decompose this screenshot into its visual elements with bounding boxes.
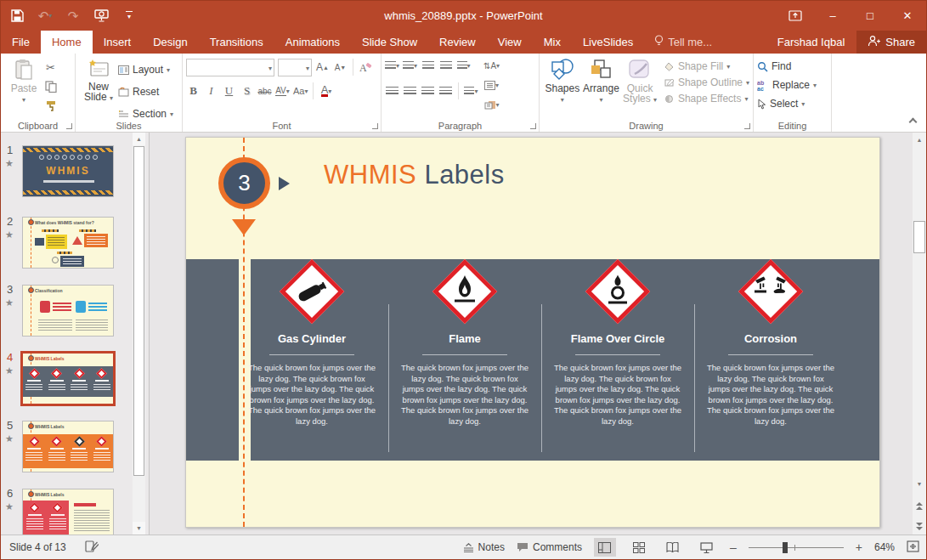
font-size-combobox[interactable]: ▾ (278, 59, 312, 76)
thumbnail-slide-3[interactable]: 3 ★ Classification (1, 283, 137, 339)
justify-icon[interactable] (438, 83, 453, 99)
fit-slide-to-window-icon[interactable] (907, 540, 919, 555)
tab-file[interactable]: File (1, 31, 41, 54)
mini-slide-4[interactable]: WHMIS Labels (20, 351, 116, 406)
ribbon-display-options-icon[interactable] (777, 1, 814, 31)
tab-design[interactable]: Design (142, 31, 198, 54)
collapse-ribbon-icon[interactable] (909, 118, 918, 127)
tab-view[interactable]: View (487, 31, 533, 54)
text-direction-icon[interactable]: ⇅A▾ (483, 58, 500, 74)
scroll-down-icon[interactable]: ▼ (913, 477, 926, 490)
character-spacing-icon[interactable]: AV▾ (275, 83, 290, 99)
editor-scrollbar-thumb[interactable] (913, 221, 925, 253)
hazard-column-gas-cylinder[interactable]: Gas Cylinder The quick brown fox jumps o… (240, 262, 384, 427)
bold-icon[interactable]: B (186, 83, 201, 99)
mini-slide-5[interactable]: WHMIS Labels (22, 421, 114, 472)
thumb-scroll-down-icon[interactable]: ▼ (133, 522, 145, 535)
share-button[interactable]: Share (856, 31, 926, 54)
save-icon[interactable] (9, 8, 25, 24)
start-slideshow-icon[interactable] (93, 8, 109, 24)
tab-insert[interactable]: Insert (93, 31, 143, 54)
clear-formatting-icon[interactable]: A (359, 59, 373, 76)
columns-icon[interactable]: ▾ (464, 83, 478, 99)
change-case-icon[interactable]: Aa▾ (293, 83, 308, 99)
animation-star-icon[interactable]: ★ (5, 229, 14, 240)
thumbnail-slide-1[interactable]: 1 ★ WHMIS (1, 144, 137, 200)
drawing-dialog-launcher[interactable] (744, 123, 750, 129)
tab-home[interactable]: Home (41, 31, 93, 54)
font-dialog-launcher[interactable] (372, 123, 378, 129)
thumbnail-slide-5[interactable]: 5 ★ WHMIS Labels (1, 419, 137, 475)
grow-font-icon[interactable]: A▲ (315, 59, 330, 76)
thumbnail-scrollbar[interactable]: ▲ ▼ (133, 133, 145, 535)
find-button[interactable]: Find (757, 59, 828, 74)
quick-styles-button[interactable]: Quick Styles ▾ (620, 56, 659, 105)
reset-button[interactable]: Reset (118, 82, 173, 101)
slide-canvas[interactable]: 3 WHMIS Labels (185, 137, 880, 528)
align-text-icon[interactable]: ▾ (483, 77, 500, 93)
zoom-level[interactable]: 64% (874, 541, 895, 553)
tab-slide-show[interactable]: Slide Show (351, 31, 428, 54)
shape-effects-button[interactable]: Shape Effects▾ (664, 93, 749, 105)
zoom-slider-thumb[interactable] (783, 542, 788, 553)
thumb-scroll-up-icon[interactable]: ▲ (133, 133, 145, 145)
normal-view-button[interactable] (594, 538, 616, 557)
close-button[interactable]: ✕ (889, 1, 926, 31)
font-color-icon[interactable]: A▾ (319, 83, 333, 99)
align-right-icon[interactable] (421, 83, 435, 99)
copy-icon[interactable] (43, 78, 58, 94)
tab-liveslides[interactable]: LiveSlides (572, 31, 644, 54)
next-slide-button[interactable] (913, 519, 926, 533)
shape-fill-button[interactable]: Shape Fill▾ (664, 60, 749, 72)
slide-title[interactable]: WHMIS Labels (324, 160, 505, 190)
editor-scrollbar[interactable]: ▲ ▼ (913, 133, 926, 535)
increase-indent-icon[interactable] (438, 58, 453, 74)
redo-icon[interactable]: ↷ (65, 8, 81, 24)
format-painter-icon[interactable] (43, 97, 58, 113)
animation-star-icon[interactable]: ★ (5, 365, 14, 376)
tell-me-box[interactable]: Tell me... (644, 31, 722, 54)
animation-star-icon[interactable]: ★ (5, 433, 14, 444)
notes-pen-icon[interactable] (85, 540, 99, 555)
shrink-font-icon[interactable]: A▼ (333, 59, 348, 76)
replace-button[interactable]: abac Replace▾ (757, 77, 828, 93)
convert-smartart-icon[interactable]: ▾ (483, 97, 500, 113)
customize-qat-icon[interactable]: ▾ (122, 8, 137, 24)
slide-sorter-view-button[interactable] (628, 538, 650, 557)
hazard-column-flame-over-circle[interactable]: Flame Over Circle The quick brown fox ju… (545, 262, 690, 427)
shapes-button[interactable]: Shapes▾ (543, 56, 582, 105)
shape-outline-button[interactable]: Shape Outline▾ (664, 76, 749, 88)
slide-show-view-button[interactable] (696, 538, 718, 557)
zoom-slider[interactable] (749, 547, 844, 548)
decrease-indent-icon[interactable] (421, 58, 435, 74)
new-slide-button[interactable]: New Slide ▾ (79, 56, 118, 123)
maximize-button[interactable]: □ (851, 1, 889, 31)
zoom-in-button[interactable]: + (856, 540, 862, 554)
thumbnail-scrollbar-thumb[interactable] (133, 146, 144, 476)
clipboard-dialog-launcher[interactable] (66, 123, 72, 129)
mini-slide-6[interactable]: WHMIS Labels (22, 489, 114, 540)
thumbnail-slide-4[interactable]: 4 ★ WHMIS Labels (1, 351, 137, 407)
font-name-combobox[interactable]: ▾ (186, 59, 274, 76)
animation-star-icon[interactable]: ★ (5, 297, 14, 308)
arrange-button[interactable]: Arrange▾ (582, 56, 621, 105)
animation-star-icon[interactable]: ★ (5, 501, 14, 512)
align-center-icon[interactable] (403, 83, 417, 99)
paste-button[interactable]: Paste▾ (4, 56, 43, 113)
line-spacing-icon[interactable]: ▾ (456, 58, 471, 74)
bullets-icon[interactable]: ▾ (385, 58, 399, 74)
notes-toggle[interactable]: Notes (463, 541, 505, 553)
cut-icon[interactable]: ✂ (43, 59, 58, 76)
animation-star-icon[interactable]: ★ (5, 158, 14, 169)
mini-slide-3[interactable]: Classification (22, 285, 114, 337)
reading-view-button[interactable] (662, 538, 684, 557)
tab-review[interactable]: Review (428, 31, 487, 54)
previous-slide-button[interactable] (913, 499, 926, 512)
slide-number-badge[interactable]: 3 (218, 157, 270, 209)
italic-icon[interactable]: I (204, 83, 218, 99)
hazard-column-corrosion[interactable]: Corrosion The quick brown fox jumps over… (698, 262, 843, 427)
numbering-icon[interactable]: ▾ (403, 58, 417, 74)
text-shadow-icon[interactable]: S (240, 83, 254, 99)
align-left-icon[interactable] (385, 83, 399, 99)
minimize-button[interactable]: – (814, 1, 851, 31)
